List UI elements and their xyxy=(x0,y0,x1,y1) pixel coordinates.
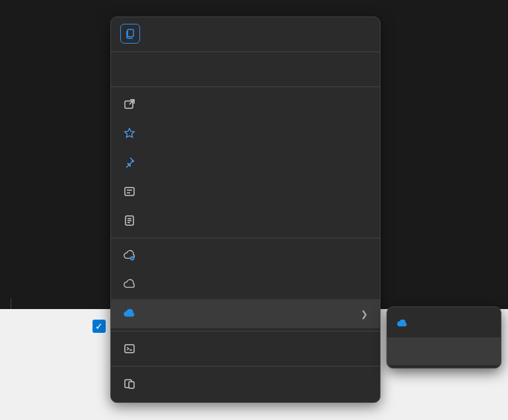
submenu-view-online[interactable] xyxy=(387,310,501,337)
svg-rect-7 xyxy=(129,382,134,388)
menu-properties[interactable] xyxy=(111,206,380,235)
pin-icon xyxy=(123,157,136,168)
menu-open-terminal[interactable] xyxy=(111,334,380,363)
select-all-checkbox[interactable]: ✓ xyxy=(92,320,106,333)
onedrive-submenu xyxy=(386,306,501,368)
svg-rect-0 xyxy=(127,30,133,37)
terminal-icon xyxy=(123,343,136,355)
onedrive-icon xyxy=(396,320,408,328)
menu-pin-start[interactable] xyxy=(111,148,380,177)
menu-show-more-options[interactable] xyxy=(111,369,380,398)
cloud-icon xyxy=(123,279,136,291)
menu-open-new-window[interactable] xyxy=(111,90,380,119)
menu-quick-actions xyxy=(111,21,380,49)
menu-pin-quick-access[interactable] xyxy=(111,119,380,148)
menu-free-up-space[interactable] xyxy=(111,270,380,299)
star-icon xyxy=(123,127,136,139)
onedrive-icon xyxy=(123,309,136,318)
context-menu: ❯ xyxy=(110,17,381,403)
svg-rect-2 xyxy=(125,188,134,195)
menu-expand[interactable] xyxy=(111,55,380,84)
copy-path-icon xyxy=(123,186,136,197)
cloud-keep-icon xyxy=(123,250,136,262)
copy-icon xyxy=(125,28,135,39)
submenu-arrow-icon: ❯ xyxy=(355,309,368,319)
menu-copy-path[interactable] xyxy=(111,177,380,206)
properties-icon xyxy=(123,215,136,227)
new-window-icon xyxy=(123,98,136,110)
menu-always-keep[interactable] xyxy=(111,241,380,270)
submenu-settings[interactable] xyxy=(387,337,501,365)
menu-onedrive[interactable]: ❯ xyxy=(111,299,380,328)
more-options-icon xyxy=(123,378,136,390)
copy-button[interactable] xyxy=(120,24,140,44)
